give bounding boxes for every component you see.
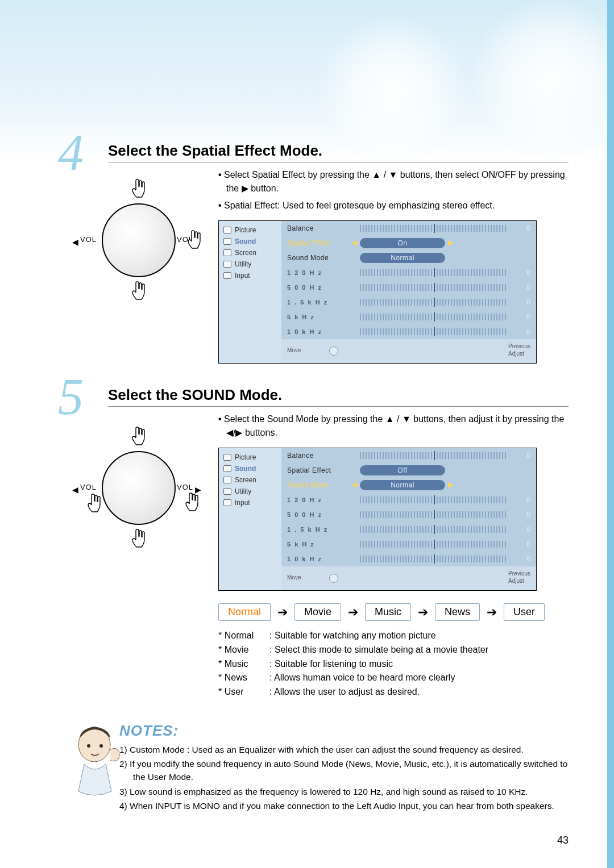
mode-box-normal: Normal [218, 603, 271, 621]
def-term: * Music [218, 657, 269, 671]
mode-definitions: * Normal: Suitable for watching any moti… [218, 629, 569, 699]
value-pill: ◀Normal▶ [360, 480, 445, 490]
sound-mode-sequence: Normal ➔ Movie ➔ Music ➔ News ➔ User [218, 603, 569, 621]
mode-box-movie: Movie [294, 603, 341, 621]
osd-row-eq: 1 0 k H z0 [281, 552, 536, 566]
picture-icon [223, 227, 231, 233]
step-number: 5 [58, 372, 84, 423]
sound-icon [223, 465, 231, 472]
slider-bar [360, 556, 508, 562]
osd-menu-item: Screen [219, 474, 281, 486]
step-number: 4 [58, 127, 84, 178]
osd-row-spatial-effect: Spatial EffectOff [281, 463, 536, 478]
vol-right-label: VOL [177, 483, 193, 491]
utility-icon [223, 261, 231, 268]
slider-bar [360, 284, 508, 291]
osd-row-eq: 5 0 0 H z0 [281, 507, 536, 522]
triangle-left-icon: ◀ [352, 481, 358, 489]
osd-footer-move: Move [287, 574, 301, 581]
instruction-bullet: • Select Spatial Effect by pressing the … [218, 168, 569, 195]
mode-box-news: News [435, 603, 480, 621]
dial-circle [102, 451, 176, 525]
triangle-left-icon: ◀ [72, 485, 78, 494]
osd-menu-item: Utility [219, 258, 281, 270]
osd-row-spatial-effect: Spatial Effect◀On▶ [281, 236, 536, 251]
instruction-bullet: • Select the Sound Mode by pressing the … [218, 412, 569, 440]
osd-footer: Move PreviousAdjust [281, 566, 536, 590]
def-desc: : Suitable for watching any motion pictu… [269, 629, 569, 643]
triangle-right-icon: ▶ [195, 485, 201, 494]
hand-pointer-icon [130, 178, 147, 201]
input-icon [223, 499, 231, 506]
value-pill: ◀On▶ [360, 238, 445, 248]
joystick-icon [323, 570, 343, 584]
def-desc: : Select this mode to simulate being at … [269, 643, 569, 657]
instruction-bullet: • Spatial Effect: Used to feel grotesque… [218, 199, 569, 212]
osd-footer: Move PreviousAdjust [281, 339, 536, 363]
osd-row-balance: Balance0 [281, 448, 536, 463]
osd-footer-adjust: Adjust [508, 350, 524, 357]
triangle-left-icon: ◀ [352, 239, 358, 247]
def-desc: : Suitable for listening to music [269, 657, 569, 671]
osd-row-eq: 5 k H z0 [281, 537, 536, 552]
osd-menu-item: Picture [219, 452, 281, 463]
step-title: Select the Spatial Effect Mode. [108, 142, 569, 162]
osd-side-menu: Picture Sound Screen Utility Input [219, 448, 281, 590]
slider-bar [360, 225, 508, 232]
def-term: * Normal [218, 629, 269, 643]
svg-point-2 [99, 744, 103, 748]
osd-row-eq: 5 k H z0 [281, 310, 536, 324]
osd-menu-item: Screen [219, 247, 281, 258]
mode-box-music: Music [365, 603, 411, 621]
picture-icon [223, 454, 231, 461]
arrow-right-icon: ➔ [277, 605, 288, 620]
hand-pointer-icon [184, 492, 201, 515]
osd-side-menu: Picture Sound Screen Utility Input [219, 221, 281, 363]
arrow-right-icon: ➔ [418, 605, 428, 620]
note-item: 1) Custom Mode : Used as an Equalizer wi… [119, 743, 569, 756]
osd-row-eq: 1 . 5 k H z0 [281, 295, 536, 310]
side-accent-bar [607, 0, 614, 868]
triangle-right-icon: ▶ [448, 481, 454, 489]
osd-menu-item: Picture [219, 224, 281, 236]
notes-heading: NOTES: [119, 722, 569, 740]
osd-footer-move: Move [287, 347, 301, 353]
def-desc: : Allows the user to adjust as desired. [269, 685, 569, 699]
dial-circle [102, 203, 176, 277]
slider-bar [360, 496, 508, 503]
osd-row-eq: 5 0 0 H z0 [281, 280, 536, 295]
note-item: 4) When INPUT is MONO and if you make co… [119, 799, 569, 812]
remote-dial-illustration: ◀ VOL VOL ▶ [82, 422, 196, 558]
triangle-right-icon: ▶ [448, 239, 454, 247]
note-item: 2) If you modify the sound frequency in … [119, 757, 569, 784]
osd-menu-item: Input [219, 270, 281, 281]
step-4: 4 Select the Spatial Effect Mode. ◀ VOL … [74, 142, 569, 364]
def-term: * Movie [218, 643, 269, 657]
sound-icon [223, 238, 231, 245]
slider-bar [360, 526, 508, 533]
hand-pointer-icon [130, 426, 147, 449]
note-item: 3) Low sound is emphasized as the freque… [119, 785, 569, 798]
utility-icon [223, 488, 231, 495]
osd-footer-adjust: Adjust [508, 578, 524, 584]
osd-footer-previous: Previous [508, 343, 530, 349]
hand-pointer-icon [130, 528, 147, 551]
value-pill: Normal [360, 253, 445, 263]
screen-icon [223, 249, 231, 256]
notes-list: 1) Custom Mode : Used as an Equalizer wi… [119, 743, 569, 812]
osd-menu-item: Input [219, 497, 281, 508]
hand-pointer-icon [130, 281, 147, 303]
vol-right-label: VOL [177, 235, 193, 244]
slider-bar [360, 314, 508, 320]
screen-icon [223, 477, 231, 483]
hand-pointer-icon [86, 493, 103, 516]
slider-bar [360, 328, 508, 335]
osd-menu-item: Sound [219, 463, 281, 474]
osd-row-sound-mode: Sound ModeNormal [281, 251, 536, 265]
page-number: 43 [557, 834, 569, 846]
osd-row-eq: 1 2 0 H z0 [281, 493, 536, 507]
joystick-icon [323, 343, 343, 357]
def-term: * News [218, 671, 269, 685]
def-term: * User [218, 685, 269, 699]
osd-row-eq: 1 2 0 H z0 [281, 265, 536, 280]
